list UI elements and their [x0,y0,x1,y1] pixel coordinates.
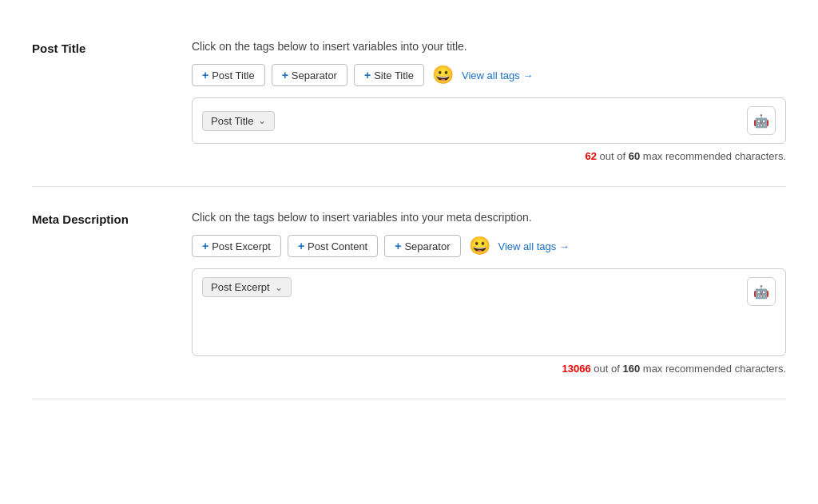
meta-description-char-number: 13066 [562,363,591,375]
post-title-content: Click on the tags below to insert variab… [192,40,786,162]
meta-description-robot-button[interactable]: 🤖 [747,277,776,306]
separator-tag-label: Separator [292,69,337,81]
meta-description-hint: Click on the tags below to insert variab… [192,211,786,224]
post-title-emoji-button[interactable]: 😀 [431,65,455,85]
meta-description-label: Meta Description [32,211,192,375]
meta-description-tags-row: + Post Excerpt + Post Content + Separato… [192,235,786,257]
post-title-tag-label: Post Title [212,69,254,81]
meta-separator-tag-button[interactable]: + Separator [384,235,460,257]
post-title-char-count: 62 out of 60 max recommended characters. [192,150,786,162]
post-title-plus-icon: + [202,69,208,81]
robot-icon: 🤖 [753,113,769,129]
post-title-tags-row: + Post Title + Separator + Site Title 😀 … [192,64,786,86]
meta-robot-icon: 🤖 [753,284,769,300]
meta-separator-plus-icon: + [395,240,401,252]
separator-tag-button[interactable]: + Separator [272,64,347,86]
post-excerpt-tag-button[interactable]: + Post Excerpt [192,235,281,257]
meta-description-emoji-button[interactable]: 😀 [467,236,492,256]
site-title-tag-button[interactable]: + Site Title [354,64,424,86]
meta-separator-tag-label: Separator [404,240,450,252]
separator-plus-icon: + [282,69,288,81]
meta-description-content: Click on the tags below to insert variab… [192,211,786,375]
post-content-tag-label: Post Content [308,240,367,252]
meta-description-char-max: 160 [622,363,640,375]
post-excerpt-tag-label: Post Excerpt [212,240,271,252]
post-title-tag-button[interactable]: + Post Title [192,64,265,86]
meta-description-chevron-icon: ⌄ [275,282,283,293]
post-title-token[interactable]: Post Title ⌄ [202,111,275,131]
site-title-tag-label: Site Title [374,69,414,81]
meta-description-char-count: 13066 out of 160 max recommended charact… [192,363,786,375]
meta-description-token[interactable]: Post Excerpt ⌄ [202,277,292,297]
meta-description-token-label: Post Excerpt [211,281,270,293]
post-excerpt-plus-icon: + [202,240,208,252]
post-title-view-all-link[interactable]: View all tags → [462,69,533,81]
meta-description-input-box: Post Excerpt ⌄ 🤖 [192,268,786,356]
post-title-hint: Click on the tags below to insert variab… [192,40,786,53]
meta-description-section: Meta Description Click on the tags below… [32,187,786,399]
post-title-chevron-icon: ⌄ [258,115,266,126]
post-title-robot-button[interactable]: 🤖 [747,106,776,135]
post-title-token-label: Post Title [211,115,253,127]
post-title-char-suffix: max recommended characters. [643,150,786,162]
post-title-char-number: 62 [585,150,596,162]
post-title-label: Post Title [32,40,192,162]
meta-description-view-all-link[interactable]: View all tags → [498,240,570,252]
post-title-input-box: Post Title ⌄ 🤖 [192,97,786,144]
page-wrapper: Post Title Click on the tags below to in… [0,0,818,415]
site-title-plus-icon: + [364,69,371,81]
post-title-char-max: 60 [629,150,640,162]
post-content-tag-button[interactable]: + Post Content [288,235,378,257]
meta-description-char-suffix: max recommended characters. [643,363,786,375]
post-content-plus-icon: + [298,240,304,252]
post-title-section: Post Title Click on the tags below to in… [32,16,786,187]
